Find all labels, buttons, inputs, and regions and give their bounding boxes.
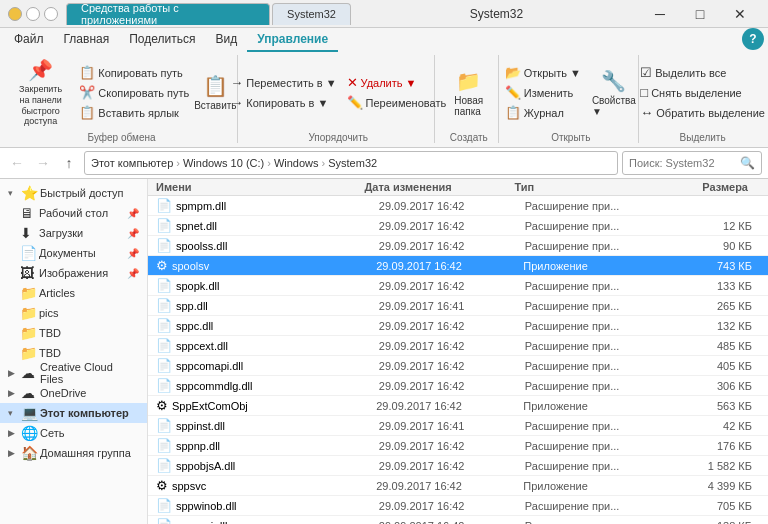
table-row[interactable]: 📄 sppobjsA.dll 29.09.2017 16:42 Расширен… <box>148 456 768 476</box>
header-date[interactable]: Дата изменения <box>364 181 514 193</box>
ribbon-tab-manage[interactable]: Управление <box>247 28 338 52</box>
file-name: sppc.dll <box>176 320 379 332</box>
invert-selection-button[interactable]: ↔ Обратить выделение <box>636 103 768 122</box>
table-row[interactable]: 📄 spnet.dll 29.09.2017 16:42 Расширение … <box>148 216 768 236</box>
nav-this-pc[interactable]: ▾ 💻 Этот компьютер <box>0 403 147 423</box>
file-name: sppinst.dll <box>176 420 379 432</box>
window-minimize-button[interactable]: ─ <box>640 0 680 28</box>
file-name: SppExtComObj <box>172 400 376 412</box>
nav-downloads[interactable]: ⬇ Загрузки 📌 <box>0 223 147 243</box>
history-button[interactable]: 📋 Журнал <box>501 103 585 122</box>
help-button[interactable]: ? <box>742 28 764 50</box>
window-maximize-button[interactable]: □ <box>680 0 720 28</box>
title-bar-icons <box>8 7 58 21</box>
history-icon: 📋 <box>505 105 521 120</box>
paste-icon: 📋 <box>203 74 228 98</box>
file-date: 29.09.2017 16:42 <box>376 480 523 492</box>
table-row[interactable]: 📄 sppwmi.dll 29.09.2017 16:42 Расширение… <box>148 516 768 524</box>
table-row[interactable]: ⚙ sppsvc 29.09.2017 16:42 Приложение 4 3… <box>148 476 768 496</box>
back-button[interactable]: ← <box>6 152 28 174</box>
nav-documents[interactable]: 📄 Документы 📌 <box>0 243 147 263</box>
table-row[interactable]: 📄 sppwinob.dll 29.09.2017 16:42 Расширен… <box>148 496 768 516</box>
nav-homegroup[interactable]: ▶ 🏠 Домашняя группа <box>0 443 147 463</box>
file-icon: 📄 <box>156 518 172 524</box>
path-windows[interactable]: Windows <box>274 157 319 169</box>
file-size: 176 КБ <box>671 440 760 452</box>
nav-creative-cloud[interactable]: ▶ ☁ Creative Cloud Files <box>0 363 147 383</box>
cut-button[interactable]: ✂️ Скопировать путь <box>75 83 193 102</box>
file-name: sppwmi.dll <box>176 520 379 524</box>
header-size[interactable]: Размера <box>665 181 760 193</box>
select-all-button[interactable]: ☑ Выделить все <box>636 63 768 82</box>
new-folder-button[interactable]: 📁 Новаяпапка <box>449 66 489 120</box>
ribbon-tab-view[interactable]: Вид <box>205 28 247 52</box>
move-to-button[interactable]: → Переместить в ▼ <box>226 73 340 92</box>
nav-quick-access[interactable]: ▾ ⭐ Быстрый доступ <box>0 183 147 203</box>
title-tabs: Средства работы с приложениями System32 <box>66 3 353 25</box>
nav-network[interactable]: ▶ 🌐 Сеть <box>0 423 147 443</box>
table-row[interactable]: 📄 sppinst.dll 29.09.2017 16:41 Расширени… <box>148 416 768 436</box>
nav-onedrive[interactable]: ▶ ☁ OneDrive <box>0 383 147 403</box>
file-date: 29.09.2017 16:42 <box>379 460 525 472</box>
table-row[interactable]: 📄 sppcext.dll 29.09.2017 16:42 Расширени… <box>148 336 768 356</box>
file-size: 306 КБ <box>671 380 760 392</box>
header-type[interactable]: Тип <box>515 181 665 193</box>
path-system32[interactable]: System32 <box>328 157 377 169</box>
restore-icon[interactable] <box>44 7 58 21</box>
maximize-icon[interactable] <box>26 7 40 21</box>
select-all-label: Выделить все <box>655 67 726 79</box>
table-row[interactable]: ⚙ spoolsv 29.09.2017 16:42 Приложение 74… <box>148 256 768 276</box>
file-date: 29.09.2017 16:42 <box>376 400 523 412</box>
edit-button[interactable]: ✏️ Изменить <box>501 83 585 102</box>
table-row[interactable]: 📄 sppnp.dll 29.09.2017 16:42 Расширение … <box>148 436 768 456</box>
rename-button[interactable]: ✏️ Переименовать <box>343 93 451 112</box>
copy-to-button[interactable]: → Копировать в ▼ <box>226 93 340 112</box>
nav-articles[interactable]: 📁 Articles <box>0 283 147 303</box>
path-drive[interactable]: Windows 10 (C:) <box>183 157 264 169</box>
deselect-button[interactable]: □ Снять выделение <box>636 83 768 102</box>
search-input[interactable] <box>629 157 740 169</box>
header-name[interactable]: Имени <box>156 181 364 193</box>
tab-system32[interactable]: System32 <box>272 3 351 25</box>
search-box[interactable]: 🔍 <box>622 151 762 175</box>
table-row[interactable]: 📄 sppcomapi.dll 29.09.2017 16:42 Расшире… <box>148 356 768 376</box>
file-name: sppnp.dll <box>176 440 379 452</box>
nav-pictures[interactable]: 🖼 Изображения 📌 <box>0 263 147 283</box>
table-row[interactable]: 📄 spoolss.dll 29.09.2017 16:42 Расширени… <box>148 236 768 256</box>
file-icon: 📄 <box>156 238 172 253</box>
table-row[interactable]: 📄 spp.dll 29.09.2017 16:41 Расширение пр… <box>148 296 768 316</box>
properties-button[interactable]: 🔧 Свойства ▼ <box>587 66 641 120</box>
copy-button[interactable]: 📋 Копировать путь <box>75 63 193 82</box>
ribbon-tab-share[interactable]: Поделиться <box>119 28 205 52</box>
ribbon-group-organize: → Переместить в ▼ → Копировать в ▼ ✕ Уда… <box>242 55 435 143</box>
file-name: spoolss.dll <box>176 240 379 252</box>
copy-icon: 📋 <box>79 65 95 80</box>
tab-tools[interactable]: Средства работы с приложениями <box>66 3 270 25</box>
ribbon-tab-file[interactable]: Файл <box>4 28 54 52</box>
delete-button[interactable]: ✕ Удалить ▼ <box>343 73 451 92</box>
address-path[interactable]: Этот компьютер › Windows 10 (C:) › Windo… <box>84 151 618 175</box>
nav-pics[interactable]: 📁 pics <box>0 303 147 323</box>
table-row[interactable]: 📄 sppc.dll 29.09.2017 16:42 Расширение п… <box>148 316 768 336</box>
forward-button[interactable]: → <box>32 152 54 174</box>
pin-button[interactable]: 📌 Закрепить на панелибыстрого доступа <box>8 55 74 130</box>
table-row[interactable]: 📄 spopk.dll 29.09.2017 16:42 Расширение … <box>148 276 768 296</box>
ribbon-group-select-content: ☑ Выделить все □ Снять выделение ↔ Обрат… <box>636 55 768 130</box>
table-row[interactable]: ⚙ SppExtComObj 29.09.2017 16:42 Приложен… <box>148 396 768 416</box>
deselect-icon: □ <box>640 85 648 100</box>
nav-tbd2[interactable]: 📁 TBD <box>0 343 147 363</box>
window-close-button[interactable]: ✕ <box>720 0 760 28</box>
nav-tbd1[interactable]: 📁 TBD <box>0 323 147 343</box>
clipboard-group-label: Буфер обмена <box>88 132 156 143</box>
open-button[interactable]: 📂 Открыть ▼ <box>501 63 585 82</box>
table-row[interactable]: 📄 sppcommdlg.dll 29.09.2017 16:42 Расшир… <box>148 376 768 396</box>
table-row[interactable]: 📄 spmpm.dll 29.09.2017 16:42 Расширение … <box>148 196 768 216</box>
path-computer[interactable]: Этот компьютер <box>91 157 173 169</box>
minimize-icon[interactable] <box>8 7 22 21</box>
paste-shortcut-button[interactable]: 📋 Вставить ярлык <box>75 103 193 122</box>
nav-desktop[interactable]: 🖥 Рабочий стол 📌 <box>0 203 147 223</box>
ribbon-tab-home[interactable]: Главная <box>54 28 120 52</box>
file-date: 29.09.2017 16:42 <box>379 520 525 524</box>
file-date: 29.09.2017 16:42 <box>379 220 525 232</box>
up-button[interactable]: ↑ <box>58 152 80 174</box>
